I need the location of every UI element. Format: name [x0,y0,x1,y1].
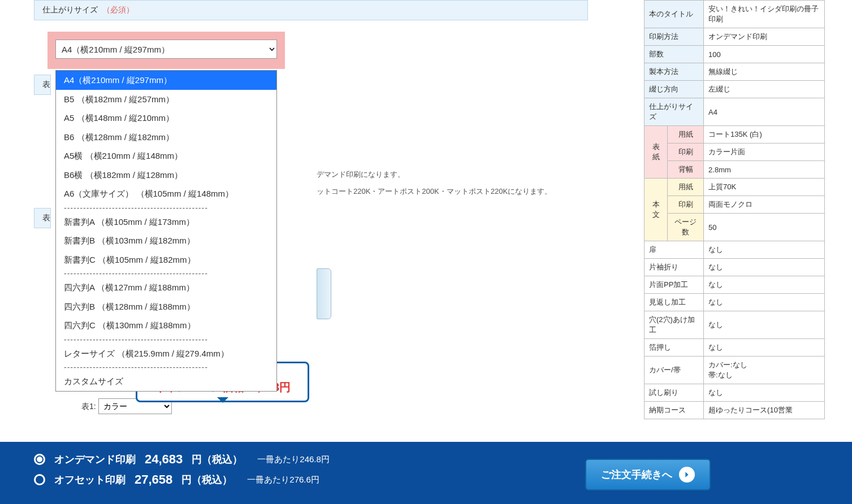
size-option[interactable]: B6 （横128mm / 縦182mm） [56,128,276,147]
summary-label: 仕上がりサイズ [645,98,704,126]
size-select[interactable]: A4（横210mm / 縦297mm） [55,40,277,59]
summary-label: 用紙 [668,126,704,144]
size-option[interactable]: レターサイズ （横215.9mm / 縦279.4mm） [56,344,276,363]
size-option[interactable]: B5 （横182mm / 縦257mm） [56,90,276,109]
size-option[interactable]: A5 （横148mm / 縦210mm） [56,108,276,128]
section-header-size: 仕上がりサイズ （必須） [34,0,588,20]
summary-label: 綴じ方向 [645,81,704,98]
summary-value: 超ゆったりコース(10営業 [704,402,825,419]
summary-label: 用紙 [668,179,704,196]
summary-label: ページ数 [668,214,704,241]
summary-label: 納期コース [645,402,704,419]
summary-value: なし [704,311,825,339]
summary-label: 箔押し [645,339,704,357]
summary-label: カバー/帯 [645,357,704,384]
size-option[interactable]: A4（横210mm / 縦297mm） [56,71,276,90]
print-option-ondemand[interactable]: オンデマンド印刷 24,683 円（税込） 一冊あたり246.8円 [34,452,330,467]
summary-label: 扉 [645,241,704,259]
option-name: オンデマンド印刷 [54,453,136,466]
summary-value: なし [704,339,825,357]
radio-icon[interactable] [34,454,45,465]
summary-value: A4 [704,98,825,126]
summary-label: 印刷 [668,196,704,214]
required-label: （必須） [102,5,134,14]
size-option[interactable]: カスタムサイズ [56,372,276,391]
option-per: 一冊あたり246.8円 [257,454,330,465]
option-price: 24,683 [145,452,183,467]
color-label: 表1: [81,402,96,411]
summary-value: コート135K (白) [704,126,825,144]
summary-value: カバー:なし 帯:なし [704,357,825,384]
summary-value: なし [704,259,825,276]
note-papers: ットコート220K・アートポスト200K・マットポスト220Kになります。 [317,186,552,197]
summary-value: なし [704,294,825,311]
summary-value: 安い！きれい！イシダ印刷の冊子印刷 [704,1,825,28]
option-name: オフセット印刷 [54,473,126,486]
print-option-offset[interactable]: オフセット印刷 27,658 円（税込） 一冊あたり276.6円 [34,472,330,487]
summary-label: 背幅 [668,161,704,179]
summary-label: 見返し加工 [645,294,704,311]
order-proceed-button[interactable]: ご注文手続きへ [585,459,711,490]
summary-group-body: 本文 [645,179,668,241]
summary-value: 上質70K [704,179,825,196]
summary-label: 本のタイトル [645,1,704,28]
summary-label: 印刷 [668,144,704,161]
size-separator: ----------------------------------------… [56,203,276,212]
size-option[interactable]: B6横 （横182mm / 縦128mm） [56,166,276,185]
order-button-label: ご注文手続きへ [601,468,672,481]
summary-label: 片面PP加工 [645,276,704,294]
option-unit: 円（税込） [192,453,243,466]
size-select-highlight: A4（横210mm / 縦297mm） A4（横210mm / 縦297mm） … [47,32,285,69]
main-form-area: 仕上がりサイズ （必須） A4（横210mm / 縦297mm） A4（横210… [34,0,588,240]
summary-label: 片袖折り [645,259,704,276]
summary-group-cover: 表紙 [645,126,668,179]
arrow-right-icon [679,467,695,483]
bottom-price-bar: オンデマンド印刷 24,683 円（税込） 一冊あたり246.8円 オフセット印… [0,442,852,504]
size-option[interactable]: A6（文庫サイズ） （横105mm / 縦148mm） [56,184,276,203]
summary-value: 100 [704,46,825,63]
summary-label: 印刷方法 [645,28,704,46]
summary-value: 2.8mm [704,161,825,179]
summary-value: 左綴じ [704,81,825,98]
summary-value: カラー片面 [704,144,825,161]
section-header-peek: 表 [34,75,51,95]
size-option[interactable]: 新書判C （横105mm / 縦182mm） [56,250,276,270]
size-dropdown-list[interactable]: A4（横210mm / 縦297mm） B5 （横182mm / 縦257mm）… [55,70,277,392]
summary-value: 50 [704,214,825,241]
option-price: 27,658 [135,472,172,487]
radio-icon[interactable] [34,474,45,485]
section-title: 仕上がりサイズ [42,5,98,14]
summary-value: なし [704,384,825,402]
size-separator: ----------------------------------------… [56,363,276,372]
option-per: 一冊あたり276.6円 [247,475,319,485]
option-unit: 円（税込） [181,473,232,486]
size-option[interactable]: 四六判C （横130mm / 縦188mm） [56,316,276,335]
size-option[interactable]: 四六判A （横127mm / 縦188mm） [56,278,276,297]
summary-value: 無線綴じ [704,63,825,81]
size-option[interactable]: A5横 （横210mm / 縦148mm） [56,146,276,166]
summary-value: オンデマンド印刷 [704,28,825,46]
size-option[interactable]: 四六判B （横128mm / 縦188mm） [56,297,276,316]
size-separator: ----------------------------------------… [56,335,276,344]
section-header-peek: 表 [34,208,51,228]
size-separator: ----------------------------------------… [56,269,276,278]
summary-value: なし [704,276,825,294]
summary-value: 両面モノクロ [704,196,825,214]
summary-label: 製本方法 [645,63,704,81]
note-ondemand: デマンド印刷になります。 [317,170,405,180]
summary-label: 試し刷り [645,384,704,402]
book-spine-illustration [317,268,331,319]
summary-table: 本のタイトル 安い！きれい！イシダ印刷の冊子印刷 印刷方法 オンデマンド印刷 部… [644,0,825,419]
size-option[interactable]: 新書判A （横105mm / 縦173mm） [56,212,276,232]
summary-value: なし [704,241,825,259]
summary-label: 穴(2穴)あけ加工 [645,311,704,339]
summary-label: 部数 [645,46,704,63]
size-option[interactable]: 新書判B （横103mm / 縦182mm） [56,231,276,250]
